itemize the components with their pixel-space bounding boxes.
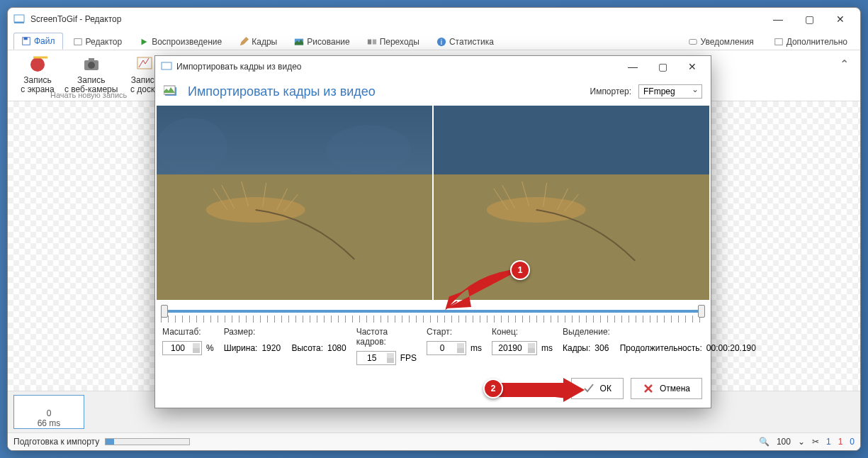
zoom-icon: 🔍	[759, 437, 770, 447]
slider-handle-start[interactable]	[161, 305, 168, 318]
svg-rect-1	[14, 22, 24, 23]
ribbon-group-label: Начать новую запись	[50, 91, 127, 99]
title-bar: ScreenToGif - Редактор — ▢ ✕	[8, 8, 860, 30]
tab-editor[interactable]: Редактор	[66, 34, 130, 50]
svg-rect-10	[689, 40, 697, 45]
video-frames-icon	[164, 84, 181, 99]
svg-rect-17	[162, 62, 171, 69]
status-bar: Подготовка к импорту 🔍 100 ⌄ ✂ 1 1 0	[8, 433, 860, 450]
svg-point-31	[326, 125, 411, 174]
zoom-value: 100	[777, 437, 791, 447]
status-num-1: 1	[826, 437, 831, 447]
end-label: Конец:	[492, 327, 553, 337]
transition-icon	[367, 37, 377, 47]
svg-rect-4	[74, 39, 81, 45]
x-icon	[643, 383, 654, 394]
tab-playback[interactable]: Воспроизведение	[132, 34, 229, 50]
preview-end	[434, 106, 709, 300]
status-text: Подготовка к импорту	[13, 437, 99, 447]
svg-rect-3	[24, 38, 28, 40]
dialog-heading: Импортировать кадры из видео	[188, 84, 583, 99]
svg-point-30	[157, 118, 227, 174]
dialog-title: Импортировать кадры из видео	[176, 62, 616, 72]
width-label: Ширина:	[224, 343, 258, 353]
slider-handle-end[interactable]	[698, 305, 705, 318]
slider-track	[161, 310, 705, 313]
pencil-icon	[239, 37, 249, 47]
svg-point-15	[88, 62, 95, 69]
svg-point-12	[30, 57, 45, 72]
thumb-index: 0	[47, 408, 52, 418]
svg-rect-6	[368, 40, 371, 45]
dialog-maximize-button[interactable]: ▢	[650, 57, 675, 76]
info-icon: i	[436, 37, 446, 47]
record-screen-icon	[28, 55, 47, 74]
preview-area	[155, 106, 711, 300]
tab-stats[interactable]: iСтатистика	[429, 34, 501, 50]
selection-label: Выделение:	[563, 327, 756, 337]
status-num-2: 1	[838, 437, 843, 447]
tab-more[interactable]: Дополнительно	[767, 34, 855, 50]
svg-rect-7	[373, 40, 376, 45]
check-icon	[583, 383, 594, 394]
end-input[interactable]: 20190	[492, 341, 537, 355]
maximize-button[interactable]: ▢	[795, 9, 823, 29]
picture-icon	[294, 37, 304, 47]
dialog-buttons: ОК Отмена	[155, 374, 711, 408]
importer-select[interactable]: FFmpeg	[638, 84, 702, 99]
svg-rect-0	[14, 15, 24, 22]
svg-text:i: i	[441, 38, 442, 46]
board-icon	[135, 55, 154, 74]
play-icon	[139, 37, 149, 47]
width-value: 1920	[261, 343, 281, 353]
scale-input[interactable]: 100	[162, 341, 202, 355]
fields-row: Масштаб: 100% Размер: Ширина: 1920 Высот…	[155, 325, 711, 374]
dialog-title-bar: Импортировать кадры из видео — ▢ ✕	[155, 56, 711, 77]
size-label: Размер:	[224, 327, 346, 337]
svg-rect-34	[434, 174, 709, 300]
dialog-minimize-button[interactable]: —	[620, 57, 646, 76]
cancel-button[interactable]: Отмена	[631, 378, 702, 399]
start-input[interactable]: 0	[427, 341, 466, 355]
frame-thumbnail[interactable]: 0 66 ms	[13, 395, 84, 429]
importer-label: Импортер:	[590, 86, 632, 96]
dialog-header: Импортировать кадры из видео Импортер: F…	[155, 77, 711, 106]
duration-value: 00:00:20.190	[706, 343, 756, 353]
editor-icon	[73, 37, 83, 47]
status-num-3: 0	[850, 437, 855, 447]
close-button[interactable]: ✕	[826, 9, 855, 29]
import-dialog: Импортировать кадры из видео — ▢ ✕ Импор…	[154, 55, 711, 408]
dialog-close-button[interactable]: ✕	[680, 57, 705, 76]
scale-label: Масштаб:	[162, 327, 214, 337]
tab-frames[interactable]: Кадры	[232, 34, 284, 50]
slider-ticks	[161, 315, 705, 323]
save-icon	[21, 36, 31, 46]
window-title: ScreenToGif - Редактор	[30, 14, 764, 24]
svg-rect-11	[774, 39, 782, 45]
frames-value: 306	[594, 343, 609, 353]
frames-label: Кадры:	[563, 343, 590, 353]
app-icon	[13, 13, 25, 25]
more-icon	[774, 37, 784, 47]
duration-label: Продолжительность:	[620, 343, 702, 353]
ribbon-tabs: Файл Редактор Воспроизведение Кадры Рисо…	[8, 30, 860, 50]
tab-transitions[interactable]: Переходы	[360, 34, 427, 50]
svg-rect-22	[157, 174, 432, 300]
tab-file[interactable]: Файл	[13, 33, 63, 50]
collapse-ribbon-button[interactable]: ⌃	[837, 55, 852, 96]
preview-start	[157, 106, 432, 300]
tab-draw[interactable]: Рисование	[287, 34, 356, 50]
dialog-icon	[161, 61, 172, 72]
ok-button[interactable]: ОК	[571, 378, 624, 399]
minimize-button[interactable]: —	[764, 9, 792, 29]
bell-icon	[688, 37, 698, 47]
scissors-icon[interactable]: ✂	[812, 437, 819, 447]
range-slider[interactable]	[155, 300, 711, 325]
fps-input[interactable]: 15	[356, 351, 396, 365]
zoom-dropdown-icon[interactable]: ⌄	[798, 437, 805, 447]
height-value: 1080	[327, 343, 346, 353]
tab-notifications[interactable]: Уведомления	[681, 34, 761, 50]
height-label: Высота:	[291, 343, 323, 353]
fps-label: Частота кадров:	[356, 327, 417, 347]
svg-rect-14	[89, 58, 94, 61]
